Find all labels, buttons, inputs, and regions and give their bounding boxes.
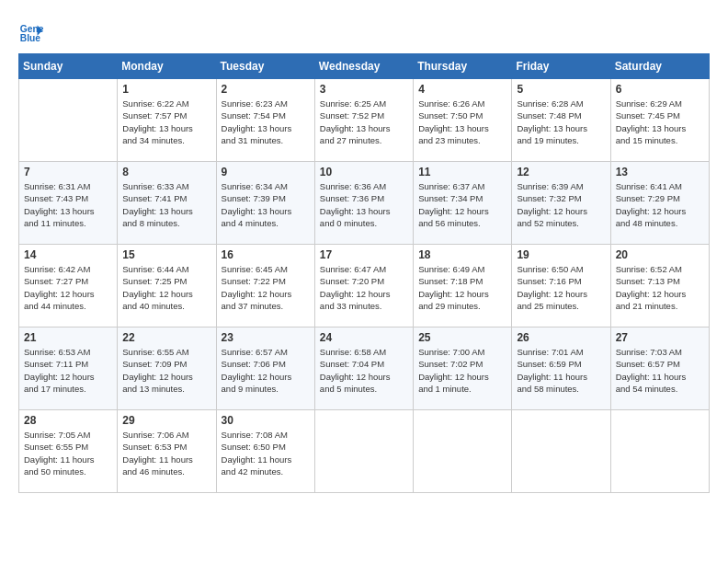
cell-content: Sunrise: 6:25 AM Sunset: 7:52 PM Dayligh… — [320, 98, 408, 146]
calendar-cell: 22Sunrise: 6:55 AM Sunset: 7:09 PM Dayli… — [118, 327, 216, 410]
calendar-week-row: 7Sunrise: 6:31 AM Sunset: 7:43 PM Daylig… — [19, 162, 710, 245]
cell-content: Sunrise: 6:44 AM Sunset: 7:25 PM Dayligh… — [122, 263, 210, 312]
cell-content: Sunrise: 7:08 AM Sunset: 6:50 PM Dayligh… — [222, 429, 310, 477]
cell-content: Sunrise: 6:42 AM Sunset: 7:27 PM Dayligh… — [24, 263, 112, 312]
column-header-monday: Monday — [118, 54, 216, 79]
day-number: 11 — [418, 166, 506, 178]
calendar-cell: 3Sunrise: 6:25 AM Sunset: 7:52 PM Daylig… — [314, 79, 413, 162]
day-number: 28 — [24, 414, 112, 427]
day-number: 14 — [24, 248, 112, 261]
calendar-header-row: SundayMondayTuesdayWednesdayThursdayFrid… — [19, 54, 710, 79]
cell-content: Sunrise: 6:58 AM Sunset: 7:04 PM Dayligh… — [320, 346, 408, 395]
day-number: 4 — [418, 83, 506, 96]
cell-content: Sunrise: 6:26 AM Sunset: 7:50 PM Dayligh… — [418, 98, 506, 146]
day-number: 5 — [517, 83, 605, 96]
cell-content: Sunrise: 6:28 AM Sunset: 7:48 PM Dayligh… — [517, 98, 605, 146]
calendar-cell: 12Sunrise: 6:39 AM Sunset: 7:32 PM Dayli… — [512, 162, 610, 245]
calendar-cell — [512, 410, 610, 493]
cell-content: Sunrise: 6:47 AM Sunset: 7:20 PM Dayligh… — [320, 263, 408, 312]
calendar-cell: 24Sunrise: 6:58 AM Sunset: 7:04 PM Dayli… — [314, 327, 413, 410]
calendar-cell — [19, 79, 118, 162]
day-number: 3 — [320, 83, 408, 96]
day-number: 6 — [616, 83, 704, 96]
column-header-sunday: Sunday — [19, 54, 118, 79]
column-header-friday: Friday — [512, 54, 610, 79]
calendar-cell: 19Sunrise: 6:50 AM Sunset: 7:16 PM Dayli… — [512, 245, 610, 327]
calendar-cell: 29Sunrise: 7:06 AM Sunset: 6:53 PM Dayli… — [118, 410, 216, 493]
column-header-thursday: Thursday — [414, 54, 512, 79]
cell-content: Sunrise: 6:39 AM Sunset: 7:32 PM Dayligh… — [517, 180, 605, 229]
calendar-cell: 27Sunrise: 7:03 AM Sunset: 6:57 PM Dayli… — [610, 327, 709, 410]
day-number: 23 — [222, 331, 310, 344]
cell-content: Sunrise: 7:05 AM Sunset: 6:55 PM Dayligh… — [24, 429, 112, 477]
cell-content: Sunrise: 6:52 AM Sunset: 7:13 PM Dayligh… — [616, 263, 704, 312]
day-number: 18 — [418, 248, 506, 261]
calendar-week-row: 28Sunrise: 7:05 AM Sunset: 6:55 PM Dayli… — [19, 410, 710, 493]
day-number: 9 — [222, 166, 310, 178]
cell-content: Sunrise: 7:03 AM Sunset: 6:57 PM Dayligh… — [616, 346, 704, 395]
calendar-cell: 23Sunrise: 6:57 AM Sunset: 7:06 PM Dayli… — [216, 327, 314, 410]
day-number: 10 — [320, 166, 408, 178]
day-number: 15 — [122, 248, 210, 261]
calendar-cell: 14Sunrise: 6:42 AM Sunset: 7:27 PM Dayli… — [19, 245, 118, 327]
calendar-cell: 8Sunrise: 6:33 AM Sunset: 7:41 PM Daylig… — [118, 162, 216, 245]
day-number: 8 — [122, 166, 210, 178]
calendar-table: SundayMondayTuesdayWednesdayThursdayFrid… — [18, 53, 710, 493]
calendar-cell: 11Sunrise: 6:37 AM Sunset: 7:34 PM Dayli… — [414, 162, 512, 245]
calendar-week-row: 21Sunrise: 6:53 AM Sunset: 7:11 PM Dayli… — [19, 327, 710, 410]
column-header-wednesday: Wednesday — [314, 54, 413, 79]
calendar-cell: 21Sunrise: 6:53 AM Sunset: 7:11 PM Dayli… — [19, 327, 118, 410]
cell-content: Sunrise: 6:55 AM Sunset: 7:09 PM Dayligh… — [122, 346, 210, 395]
cell-content: Sunrise: 6:41 AM Sunset: 7:29 PM Dayligh… — [616, 180, 704, 229]
cell-content: Sunrise: 6:31 AM Sunset: 7:43 PM Dayligh… — [24, 180, 112, 229]
cell-content: Sunrise: 7:00 AM Sunset: 7:02 PM Dayligh… — [418, 346, 506, 395]
day-number: 21 — [24, 331, 112, 344]
calendar-cell: 18Sunrise: 6:49 AM Sunset: 7:18 PM Dayli… — [414, 245, 512, 327]
column-header-saturday: Saturday — [610, 54, 709, 79]
calendar-cell: 16Sunrise: 6:45 AM Sunset: 7:22 PM Dayli… — [216, 245, 314, 327]
cell-content: Sunrise: 6:36 AM Sunset: 7:36 PM Dayligh… — [320, 180, 408, 229]
day-number: 25 — [418, 331, 506, 344]
cell-content: Sunrise: 6:49 AM Sunset: 7:18 PM Dayligh… — [418, 263, 506, 312]
day-number: 17 — [320, 248, 408, 261]
day-number: 30 — [222, 414, 310, 427]
calendar-week-row: 14Sunrise: 6:42 AM Sunset: 7:27 PM Dayli… — [19, 245, 710, 327]
calendar-cell — [414, 410, 512, 493]
cell-content: Sunrise: 7:06 AM Sunset: 6:53 PM Dayligh… — [122, 429, 210, 477]
calendar-cell: 17Sunrise: 6:47 AM Sunset: 7:20 PM Dayli… — [314, 245, 413, 327]
calendar-cell: 5Sunrise: 6:28 AM Sunset: 7:48 PM Daylig… — [512, 79, 610, 162]
calendar-cell — [610, 410, 709, 493]
logo-icon: General Blue — [18, 18, 44, 44]
column-header-tuesday: Tuesday — [216, 54, 314, 79]
calendar-cell: 10Sunrise: 6:36 AM Sunset: 7:36 PM Dayli… — [314, 162, 413, 245]
cell-content: Sunrise: 7:01 AM Sunset: 6:59 PM Dayligh… — [517, 346, 605, 395]
calendar-cell: 25Sunrise: 7:00 AM Sunset: 7:02 PM Dayli… — [414, 327, 512, 410]
calendar-cell: 2Sunrise: 6:23 AM Sunset: 7:54 PM Daylig… — [216, 79, 314, 162]
cell-content: Sunrise: 6:29 AM Sunset: 7:45 PM Dayligh… — [616, 98, 704, 146]
day-number: 19 — [517, 248, 605, 261]
cell-content: Sunrise: 6:37 AM Sunset: 7:34 PM Dayligh… — [418, 180, 506, 229]
cell-content: Sunrise: 6:22 AM Sunset: 7:57 PM Dayligh… — [122, 98, 210, 146]
cell-content: Sunrise: 6:57 AM Sunset: 7:06 PM Dayligh… — [222, 346, 310, 395]
calendar-cell: 15Sunrise: 6:44 AM Sunset: 7:25 PM Dayli… — [118, 245, 216, 327]
day-number: 12 — [517, 166, 605, 178]
calendar-cell: 7Sunrise: 6:31 AM Sunset: 7:43 PM Daylig… — [19, 162, 118, 245]
cell-content: Sunrise: 6:23 AM Sunset: 7:54 PM Dayligh… — [222, 98, 310, 146]
calendar-cell: 30Sunrise: 7:08 AM Sunset: 6:50 PM Dayli… — [216, 410, 314, 493]
day-number: 26 — [517, 331, 605, 344]
day-number: 22 — [122, 331, 210, 344]
day-number: 16 — [222, 248, 310, 261]
day-number: 27 — [616, 331, 704, 344]
day-number: 20 — [616, 248, 704, 261]
calendar-cell: 9Sunrise: 6:34 AM Sunset: 7:39 PM Daylig… — [216, 162, 314, 245]
cell-content: Sunrise: 6:45 AM Sunset: 7:22 PM Dayligh… — [222, 263, 310, 312]
day-number: 24 — [320, 331, 408, 344]
day-number: 7 — [24, 166, 112, 178]
logo: General Blue — [18, 18, 44, 44]
calendar-cell: 1Sunrise: 6:22 AM Sunset: 7:57 PM Daylig… — [118, 79, 216, 162]
day-number: 13 — [616, 166, 704, 178]
calendar-cell — [314, 410, 413, 493]
cell-content: Sunrise: 6:34 AM Sunset: 7:39 PM Dayligh… — [222, 180, 310, 229]
page-header: General Blue — [18, 18, 710, 44]
cell-content: Sunrise: 6:33 AM Sunset: 7:41 PM Dayligh… — [122, 180, 210, 229]
